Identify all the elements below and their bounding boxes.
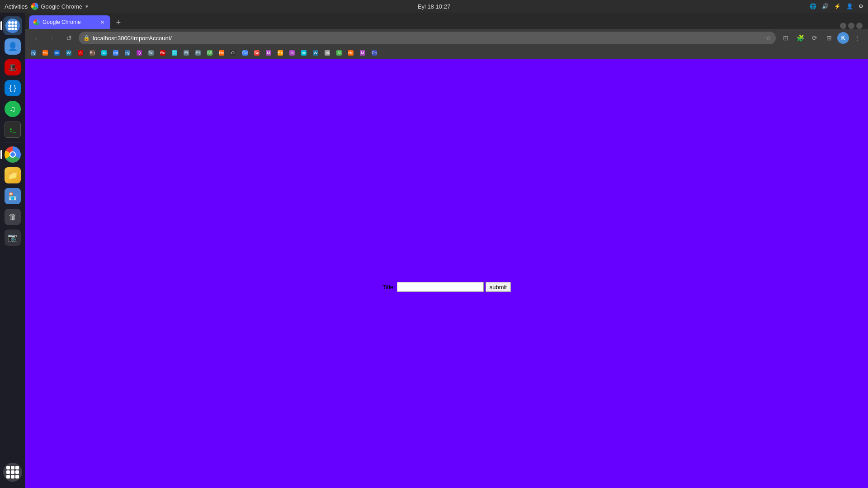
bookmark-ss[interactable]: SS bbox=[204, 48, 215, 57]
dock-item-spotify[interactable]: ♫ bbox=[3, 99, 22, 118]
apps-grid-icon bbox=[6, 466, 19, 479]
url-text: localhost:3000/ImportAccount/ bbox=[93, 35, 763, 42]
bookmark-favicon-py2: py bbox=[125, 50, 130, 56]
bookmark-qu[interactable]: Q bbox=[134, 48, 145, 57]
bookmark-ru[interactable]: Ru bbox=[157, 48, 168, 57]
bookmark-favicon-py: py bbox=[31, 50, 36, 56]
dock-item-trash[interactable]: 🗑 bbox=[3, 207, 22, 226]
bookmark-se-red[interactable]: Se bbox=[251, 48, 262, 57]
dock-apps-button[interactable] bbox=[3, 463, 22, 482]
tab-minimize-button[interactable] bbox=[840, 23, 846, 29]
bookmark-gi[interactable]: Gi bbox=[228, 48, 239, 57]
bookmark-a[interactable]: A bbox=[75, 48, 86, 57]
bookmark-favicon-m4: M bbox=[360, 50, 365, 56]
dock-item-vscode[interactable]: { } bbox=[3, 79, 22, 98]
tab-close-window-button[interactable] bbox=[856, 23, 863, 29]
bookmark-favicon-ve: Ve bbox=[54, 50, 60, 56]
bookmark-cl[interactable]: Cl bbox=[169, 48, 180, 57]
bookmark-hc2[interactable]: Hc bbox=[216, 48, 227, 57]
browser-tab-active[interactable]: Google Chrome ✕ bbox=[29, 15, 110, 29]
bookmark-se-gray[interactable]: Se bbox=[146, 48, 156, 57]
user-icon[interactable]: 👤 bbox=[846, 3, 853, 9]
dock-item-software[interactable]: 🏪 bbox=[3, 187, 22, 206]
activities-button[interactable]: Activities bbox=[5, 3, 28, 10]
bookmark-favicon-nc2: nc bbox=[301, 50, 307, 56]
bookmark-favicon-ge: Ge bbox=[242, 50, 248, 56]
topbar-datetime: Eyl 18 10:27 bbox=[418, 3, 450, 10]
dock-item-screenshot[interactable]: 📷 bbox=[3, 228, 22, 247]
bookmark-ge[interactable]: Ge bbox=[240, 48, 250, 57]
bookmark-hc3[interactable]: Hc bbox=[345, 48, 356, 57]
bookmark-favicon-n: N bbox=[336, 50, 342, 56]
new-tab-button[interactable]: + bbox=[112, 16, 125, 29]
tab-maximize-button[interactable] bbox=[848, 23, 854, 29]
network-icon[interactable]: 🌐 bbox=[810, 3, 816, 9]
sync-icon[interactable]: ⟳ bbox=[808, 32, 821, 44]
dock-item-terminal[interactable]: $_ bbox=[3, 120, 22, 139]
bookmark-icon[interactable]: ⊞ bbox=[823, 32, 835, 44]
chrome-topbar-icon bbox=[31, 3, 38, 10]
power-icon[interactable]: ⚡ bbox=[834, 3, 841, 9]
bookmark-w2[interactable]: W bbox=[310, 48, 321, 57]
back-button[interactable]: ‹ bbox=[30, 32, 42, 44]
bookmark-m3[interactable]: m bbox=[322, 48, 333, 57]
bookmark-et1[interactable]: Et bbox=[181, 48, 192, 57]
bookmark-pc[interactable]: Pc bbox=[369, 48, 380, 57]
sound-icon[interactable]: 🔊 bbox=[822, 3, 829, 9]
bookmark-py2[interactable]: py bbox=[122, 48, 133, 57]
bookmark-et2[interactable]: Et bbox=[193, 48, 203, 57]
bookmark-favicon-gi: Gi bbox=[231, 50, 236, 56]
bookmark-favicon-a: A bbox=[78, 50, 83, 56]
bookmark-favicon-et2: Et bbox=[195, 50, 201, 56]
bookmark-en[interactable]: en bbox=[110, 48, 121, 57]
bookmark-nc[interactable]: Nc bbox=[99, 48, 109, 57]
dock-item-chrome[interactable] bbox=[3, 145, 22, 164]
bookmark-ve[interactable]: Ve bbox=[52, 48, 62, 57]
dock-item-redhat[interactable]: 🎩 bbox=[3, 58, 22, 77]
bookmark-favicon-ss: SS bbox=[207, 50, 212, 56]
tab-title: Google Chrome bbox=[42, 19, 96, 25]
bookmark-favicon-hc2: Hc bbox=[219, 50, 224, 56]
bookmark-favicon-w: W bbox=[66, 50, 71, 56]
bookmark-hc[interactable]: Hc bbox=[40, 48, 51, 57]
toolbar-icons: ⊡ 🧩 ⟳ ⊞ K ⋮ bbox=[779, 32, 863, 44]
bookmark-favicon-hc: Hc bbox=[42, 50, 48, 56]
address-bar[interactable]: 🔒 localhost:3000/ImportAccount/ ☆ bbox=[79, 32, 776, 44]
bookmark-m4[interactable]: M bbox=[357, 48, 368, 57]
dock-item-gnome[interactable] bbox=[3, 16, 22, 35]
submit-button[interactable]: submit bbox=[486, 282, 511, 292]
reload-button[interactable]: ↺ bbox=[62, 32, 75, 44]
profile-button[interactable]: K bbox=[837, 32, 849, 44]
topbar-app-name: Google Chrome bbox=[41, 3, 82, 10]
bookmark-n[interactable]: N bbox=[334, 48, 344, 57]
dock-item-contacts[interactable]: 👤 bbox=[3, 37, 22, 56]
bookmark-ex[interactable]: Ex bbox=[275, 48, 286, 57]
title-input[interactable] bbox=[397, 282, 484, 292]
extensions-icon[interactable]: 🧩 bbox=[794, 32, 807, 44]
import-account-form: Title: submit bbox=[382, 282, 511, 292]
forward-button[interactable]: › bbox=[46, 32, 59, 44]
bookmark-favicon-w2: W bbox=[313, 50, 318, 56]
bookmark-w[interactable]: W bbox=[63, 48, 74, 57]
import-form-container: Title: submit bbox=[382, 282, 511, 292]
bookmark-m2[interactable]: M bbox=[287, 48, 297, 57]
topbar-app-indicator: Google Chrome ▼ bbox=[31, 3, 89, 10]
bookmark-favicon-bu: Bu bbox=[90, 50, 95, 56]
bookmark-favicon-cl: Cl bbox=[172, 50, 177, 56]
address-bar-row: ‹ › ↺ 🔒 localhost:3000/ImportAccount/ ☆ … bbox=[25, 29, 868, 47]
tab-close-button[interactable]: ✕ bbox=[99, 19, 106, 26]
tab-bar: Google Chrome ✕ + bbox=[25, 13, 868, 29]
bookmark-favicon-en: en bbox=[113, 50, 118, 56]
bookmark-py[interactable]: py bbox=[28, 48, 39, 57]
menu-button[interactable]: ⋮ bbox=[851, 32, 863, 44]
bookmark-bu[interactable]: Bu bbox=[87, 48, 98, 57]
star-icon[interactable]: ☆ bbox=[765, 34, 771, 42]
bookmark-m1[interactable]: M bbox=[263, 48, 274, 57]
dock-item-files[interactable]: 📁 bbox=[3, 166, 22, 185]
topbar-dropdown-arrow[interactable]: ▼ bbox=[85, 4, 89, 9]
cast-icon[interactable]: ⊡ bbox=[779, 32, 792, 44]
settings-icon[interactable]: ⚙ bbox=[859, 3, 863, 9]
bookmark-nc2[interactable]: nc bbox=[298, 48, 309, 57]
bookmark-favicon-pc: Pc bbox=[372, 50, 377, 56]
os-dock: 👤 🎩 { } ♫ $_ 📁 🏪 🗑 📷 bbox=[0, 13, 25, 488]
